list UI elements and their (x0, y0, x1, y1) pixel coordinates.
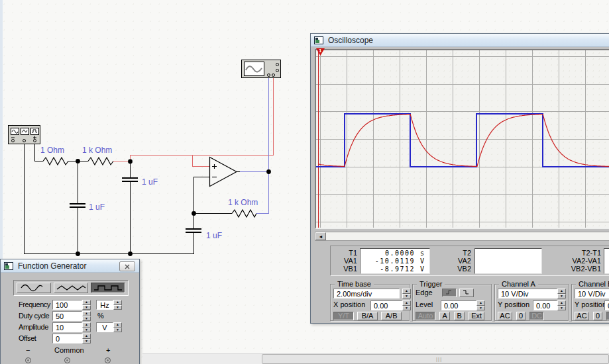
channel-a-scale-field[interactable]: 10 V/Div (498, 289, 557, 298)
channel-a-ground-button[interactable]: 0 (516, 312, 526, 320)
frequency-row: Frequency 100 ▲▼ Hz ▲▼ (1, 300, 140, 310)
amplitude-field[interactable]: 10 (52, 322, 82, 332)
component-label: 1 Ohm (40, 146, 64, 155)
channel-b-ground-button[interactable]: 0 (593, 312, 602, 320)
scope-display (315, 49, 609, 229)
readout-value: -8.9712 (360, 265, 415, 273)
trigger-marker-icon[interactable]: 1 (316, 48, 325, 56)
readout-label: VB2 (430, 265, 471, 273)
common-terminal-label: Common (54, 346, 84, 354)
channel-a-ac-button[interactable]: AC (498, 312, 512, 320)
amplitude-unit-spinner[interactable]: ▲▼ (113, 322, 122, 332)
wire-channel-b[interactable] (240, 78, 269, 214)
offset-spinner[interactable]: ▲▼ (82, 334, 91, 343)
minus-terminal-label: − (26, 346, 30, 354)
trigger-auto-button[interactable]: Auto (415, 312, 435, 320)
sine-wave-button[interactable] (17, 283, 51, 293)
junction-dots (76, 159, 271, 256)
scope-readouts: T1 VA1 VB1 0.0000s -10.0119V -8.9712V T2… (330, 246, 609, 276)
trigger-ext-button[interactable]: Ext (469, 312, 484, 320)
channel-b-yposition-field[interactable]: 0.00 (604, 300, 609, 310)
scroll-left-arrow[interactable]: ◄ (315, 232, 326, 240)
readout-label: VB2-VB1 (549, 265, 601, 273)
oscilloscope-titlebar[interactable]: Oscilloscope (311, 34, 609, 47)
channel-b-ac-button[interactable]: AC (575, 312, 589, 320)
readout-label: T1 (335, 249, 357, 257)
readout-value: 0.0000 (360, 250, 415, 257)
oscilloscope-title: Oscilloscope (328, 36, 373, 45)
offset-row: Offset 0 ▲▼ (1, 334, 140, 343)
duty-cycle-spinner[interactable]: ▲▼ (82, 311, 91, 321)
readout-label: VA1 (335, 257, 357, 265)
frequency-unit-field[interactable]: Hz (96, 300, 113, 310)
trigger-a-button[interactable]: A (439, 312, 450, 320)
minus-terminal[interactable] (25, 357, 31, 363)
ab-mode-button[interactable]: A/B (381, 312, 402, 320)
trigger-rising-edge-button[interactable] (442, 289, 457, 297)
function-generator-window[interactable]: Function Generator Frequency 100 ▲▼ Hz ▲… (0, 259, 140, 364)
scope-scrollbar[interactable]: ◄ (315, 232, 609, 241)
function-generator-titlebar[interactable]: Function Generator (1, 259, 139, 273)
duty-cycle-field[interactable]: 50 (52, 311, 82, 321)
channel-a-yposition-spinner[interactable]: ▲▼ (557, 300, 566, 310)
channel-a-yposition-field[interactable]: 0.00 (533, 300, 557, 310)
channel-b-scale-field[interactable]: 10 V/Div (575, 289, 609, 298)
trigger-falling-edge-button[interactable] (459, 289, 474, 297)
readout-value: -10.0119 (360, 257, 415, 265)
amplitude-row: Amplitude 10 ▲▼ V ▲▼ (1, 322, 140, 332)
component-label: 1 uF (142, 177, 158, 187)
function-generator-icon[interactable] (9, 126, 40, 144)
duty-cycle-unit: % (97, 312, 103, 320)
timebase-xposition-spinner[interactable]: ▲▼ (402, 300, 411, 310)
duty-cycle-row: Duty cycle 50 ▲▼ % (1, 311, 140, 321)
triangle-wave-button[interactable] (54, 283, 88, 293)
component-label: 1 uF (206, 231, 222, 240)
component-label: 1 k Ohm (228, 198, 258, 207)
readout-label: T2-T1 (549, 249, 601, 257)
function-generator-title: Function Generator (18, 261, 86, 271)
common-terminal[interactable] (64, 357, 70, 363)
readout-box-2 (474, 248, 542, 274)
component-label: 1 uF (89, 203, 105, 212)
channel-a-dc-button[interactable]: DC (529, 312, 544, 320)
frequency-unit-spinner[interactable]: ▲▼ (113, 300, 122, 310)
channel-a-group: Channel A 10 V/Div ▲▼ Y position 0.00 ▲▼… (494, 284, 569, 321)
hscrollbar-thumb[interactable]: ||| (262, 354, 609, 364)
timebase-group: Time base 2.00ms/div ▲▼ X position 0.00 … (330, 284, 410, 321)
frequency-field[interactable]: 100 (52, 300, 82, 310)
trigger-b-button[interactable]: B (454, 312, 465, 320)
readout-label: VB1 (335, 265, 357, 273)
wire-channel-a[interactable] (113, 78, 274, 167)
offset-field[interactable]: 0 (52, 334, 82, 343)
component-label: 1 k Ohm (82, 146, 112, 155)
square-wave-button[interactable] (91, 283, 125, 293)
timebase-scale-field[interactable]: 2.00ms/div (333, 289, 400, 298)
trigger-level-field[interactable]: 0.00 (441, 300, 476, 310)
readout-box-1: 0.0000s -10.0119V -8.9712V (360, 248, 430, 274)
trigger-group: Trigger Edge Level 0.00 ▲▼ Auto A B Ext (412, 284, 492, 321)
yt-mode-button[interactable]: Y/T (333, 312, 354, 320)
window-icon (4, 262, 13, 270)
timebase-scale-spinner[interactable]: ▲▼ (402, 289, 411, 298)
close-icon[interactable] (119, 261, 135, 271)
channel-b-dc-button[interactable]: DC (606, 312, 609, 320)
opamp[interactable] (210, 158, 237, 187)
oscilloscope-icon[interactable] (242, 60, 281, 78)
multisim-workspace: { "workspace": { "net_labels": [ {"text"… (0, 0, 609, 364)
waveform-selector (13, 280, 129, 296)
readout-label: VA2-VA1 (549, 257, 601, 265)
ba-mode-button[interactable]: B/A (357, 312, 378, 320)
scope-traces (316, 50, 609, 228)
trigger-level-spinner[interactable]: ▲▼ (476, 300, 485, 310)
readout-label: VA2 (430, 257, 471, 265)
timebase-xposition-field[interactable]: 0.00 (370, 300, 402, 310)
frequency-spinner[interactable]: ▲▼ (82, 300, 91, 310)
plus-terminal[interactable] (105, 357, 111, 363)
plus-terminal-label: + (106, 346, 110, 354)
oscilloscope-window[interactable]: Oscilloscope 1 ◄ T1 VA1 VB1 0.0000s -10.… (310, 33, 609, 324)
amplitude-spinner[interactable]: ▲▼ (82, 322, 91, 332)
amplitude-unit-field[interactable]: V (96, 322, 113, 332)
channel-a-scale-spinner[interactable]: ▲▼ (557, 289, 566, 298)
readout-box-3 (604, 248, 609, 274)
workspace-hscrollbar[interactable]: ||| (142, 353, 609, 364)
